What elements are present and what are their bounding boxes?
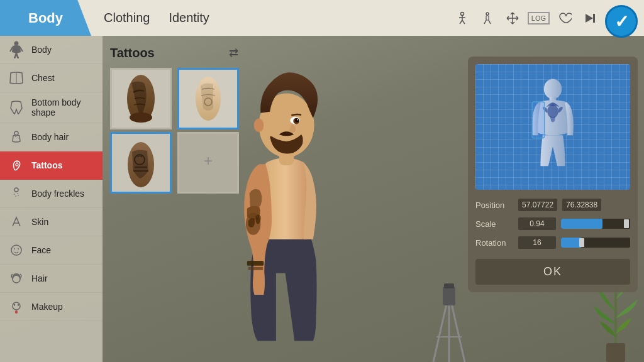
tattoo-card-3[interactable]	[110, 132, 172, 194]
scale-slider[interactable]	[561, 219, 630, 229]
body-tab[interactable]: Body	[0, 0, 91, 36]
position-y-value[interactable]: 76.32838	[562, 199, 601, 211]
svg-point-20	[14, 188, 18, 192]
freckles-icon	[8, 185, 25, 202]
body-tab-label: Body	[28, 10, 63, 26]
skin-icon	[8, 213, 25, 231]
svg-point-31	[18, 305, 19, 306]
scale-slider-fill	[561, 219, 602, 229]
tattoo-card-3-inner	[112, 134, 170, 192]
body-icon	[8, 41, 25, 58]
svg-point-28	[13, 275, 20, 283]
bottom-body-icon	[8, 99, 25, 116]
shuffle-button[interactable]: ⇄	[225, 44, 242, 62]
confirm-button[interactable]: ✓	[605, 5, 638, 38]
rotation-slider[interactable]	[561, 238, 630, 248]
svg-rect-42	[247, 260, 264, 265]
svg-point-49	[297, 119, 298, 120]
rotation-row: Rotation 16	[475, 236, 630, 249]
svg-point-34	[130, 112, 152, 123]
position-row: Position 57.07722 76.32838	[475, 199, 630, 211]
sidebar-item-body[interactable]: Body	[0, 36, 103, 64]
tattoo-preview	[475, 64, 630, 190]
svg-point-21	[14, 194, 15, 195]
svg-point-0	[460, 12, 464, 15]
scale-slider-handle	[624, 219, 629, 228]
face-icon	[8, 241, 25, 259]
tattoo-card-1-inner	[112, 70, 170, 128]
sidebar-item-chest[interactable]: Chest	[0, 64, 103, 92]
svg-point-26	[14, 248, 15, 250]
sidebar-label-body: Body	[31, 45, 52, 55]
sidebar-label-hair: Hair	[31, 273, 48, 283]
move-icon[interactable]	[502, 8, 523, 28]
skip-icon[interactable]	[580, 8, 600, 28]
tattoo-card-2-inner	[179, 70, 237, 128]
svg-point-30	[14, 305, 15, 306]
rotation-slider-handle	[579, 238, 584, 247]
tattoo-card-4[interactable]: +	[177, 132, 239, 194]
sidebar-item-freckles[interactable]: Body freckles	[0, 180, 103, 208]
svg-point-23	[15, 195, 16, 197]
sidebar-item-body-hair[interactable]: Body hair	[0, 123, 103, 151]
sidebar-item-hair[interactable]: Hair	[0, 265, 103, 293]
svg-line-4	[462, 20, 465, 24]
tattoo-card-1[interactable]	[110, 68, 172, 129]
sidebar-item-skin[interactable]: Skin	[0, 208, 103, 236]
pose-icon[interactable]	[452, 8, 472, 28]
rotation-value[interactable]: 16	[518, 236, 556, 249]
clothing-tab[interactable]: Clothing	[104, 8, 150, 28]
ok-button[interactable]: OK	[475, 259, 630, 285]
svg-text:+: +	[204, 152, 213, 169]
svg-point-24	[18, 195, 19, 196]
scale-label: Scale	[475, 219, 513, 229]
sidebar-label-tattoos: Tattoos	[31, 160, 63, 170]
svg-point-48	[295, 118, 299, 122]
sidebar-label-makeup: Makeup	[31, 302, 63, 312]
heart-icon[interactable]	[555, 8, 575, 28]
topbar: Body Clothing Identity	[0, 0, 644, 36]
svg-point-61	[547, 104, 558, 118]
scale-row: Scale 0.94	[475, 217, 630, 230]
identity-tab[interactable]: Identity	[169, 8, 209, 28]
svg-point-59	[544, 79, 562, 99]
svg-point-27	[18, 248, 19, 250]
sidebar-item-bottom-body[interactable]: Bottom body shape	[0, 92, 103, 123]
sidebar-label-face: Face	[31, 245, 51, 255]
sidebar: Body Chest Bottom body shape	[0, 36, 103, 362]
svg-point-18	[16, 163, 18, 166]
sidebar-item-makeup[interactable]: Makeup	[0, 293, 103, 321]
skeleton-icon[interactable]	[477, 8, 497, 28]
sidebar-item-face[interactable]: Face	[0, 236, 103, 265]
svg-rect-6	[486, 16, 489, 20]
makeup-icon	[8, 298, 25, 315]
tattoo-icon	[8, 156, 25, 174]
svg-marker-9	[586, 14, 593, 23]
tattoo-preview-svg	[515, 77, 591, 177]
tattoo-grid: +	[110, 68, 242, 194]
sidebar-label-freckles: Body freckles	[31, 189, 84, 199]
svg-rect-43	[248, 266, 264, 270]
sidebar-label-skin: Skin	[31, 217, 48, 227]
svg-point-11	[14, 41, 19, 46]
svg-point-22	[17, 193, 18, 194]
svg-point-25	[11, 245, 21, 255]
tattoo-panel-title: Tattoos	[110, 46, 155, 60]
rotation-label: Rotation	[475, 238, 513, 248]
tattoo-panel: Tattoos ⇄	[110, 44, 242, 194]
sidebar-label-body-hair: Body hair	[31, 132, 69, 142]
scale-value[interactable]: 0.94	[518, 217, 556, 230]
position-label: Position	[475, 200, 513, 210]
chest-icon	[8, 69, 25, 87]
svg-line-3	[460, 20, 462, 24]
log-button[interactable]: LOG	[528, 12, 550, 25]
svg-point-5	[486, 13, 489, 15]
sidebar-label-bottom: Bottom body shape	[31, 97, 95, 118]
position-x-value[interactable]: 57.07722	[518, 199, 557, 211]
sidebar-item-tattoos[interactable]: Tattoos	[0, 151, 103, 180]
svg-line-8	[489, 20, 491, 24]
right-panel: Position 57.07722 76.32838 Scale 0.94 Ro…	[468, 57, 638, 292]
svg-rect-10	[593, 14, 595, 23]
tattoo-card-2[interactable]	[177, 68, 239, 129]
topbar-tabs: Clothing Identity	[91, 8, 209, 28]
